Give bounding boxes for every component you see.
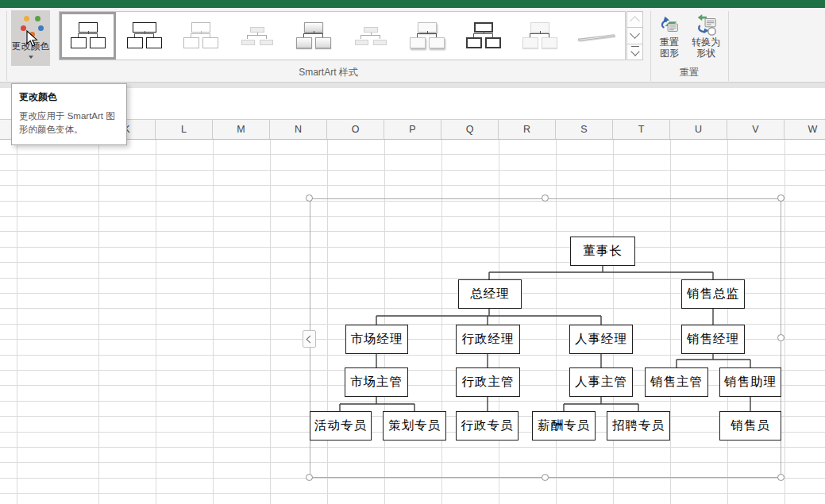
- excel-window: 更改颜色 SmartArt 样式 重置 图形: [0, 0, 825, 504]
- tooltip-body: 更改应用于 SmartArt 图形的颜色变体。: [19, 110, 119, 137]
- smartart-style-10-icon: [573, 21, 619, 51]
- ribbon-smartart-design: 更改颜色 SmartArt 样式 重置 图形: [0, 8, 825, 83]
- org-node-shichangjingli[interactable]: 市场经理: [345, 325, 408, 354]
- reset-graphic-icon: [657, 13, 681, 37]
- selection-handle-bottom-left[interactable]: [306, 474, 313, 481]
- org-node-xiaoshouzongjian[interactable]: 销售总监: [681, 279, 745, 309]
- column-header-N[interactable]: N: [270, 120, 327, 139]
- change-colors-button[interactable]: 更改颜色: [11, 10, 50, 66]
- selection-handle-bottom-right[interactable]: [777, 474, 785, 481]
- smartart-style-3-icon: [183, 21, 219, 51]
- chevron-down-icon: [630, 48, 639, 56]
- chevron-down-icon: [630, 29, 640, 40]
- smartart-style-3[interactable]: [172, 12, 229, 60]
- org-node-cehuazhuanyuan[interactable]: 策划专员: [383, 411, 446, 441]
- convert-to-shapes-icon: [694, 13, 718, 37]
- dot-green: [35, 16, 40, 21]
- reset-graphic-button[interactable]: 重置 图形: [653, 11, 686, 73]
- org-node-dongshizhang[interactable]: 董事长: [570, 237, 635, 266]
- reset-group-label: 重置: [650, 66, 728, 79]
- org-node-huodongzhuanyuan[interactable]: 活动专员: [310, 411, 372, 441]
- convert-to-shapes-label-line1: 转换为: [692, 37, 720, 48]
- convert-to-shapes-button[interactable]: 转换为 形状: [686, 11, 726, 73]
- dot-yellow: [24, 16, 29, 21]
- dot-blue: [38, 25, 44, 31]
- smartart-style-2-icon: [126, 21, 163, 51]
- smartart-style-gallery: [59, 11, 626, 60]
- column-header-Q[interactable]: Q: [441, 120, 499, 139]
- smartart-style-10[interactable]: [569, 12, 625, 60]
- org-node-zongjingli[interactable]: 总经理: [458, 279, 522, 309]
- smartart-style-2[interactable]: [116, 12, 172, 60]
- column-header-O[interactable]: O: [327, 120, 384, 139]
- org-node-xinchouzhuanyuan[interactable]: 薪酬专员: [532, 411, 596, 441]
- group-separator: [728, 11, 729, 81]
- column-header-P[interactable]: P: [384, 120, 441, 139]
- org-node-xiaoshouzhuli[interactable]: 销售助理: [719, 367, 781, 397]
- org-node-renshizhuguan[interactable]: 人事主管: [569, 367, 633, 397]
- gallery-more-button[interactable]: [626, 44, 643, 60]
- org-node-xingzhengzhuanyuan[interactable]: 行政专员: [456, 411, 519, 441]
- smartart-style-9[interactable]: [512, 12, 569, 60]
- smartart-style-5[interactable]: [286, 12, 342, 60]
- selection-handle-bottom-center[interactable]: [542, 474, 549, 481]
- org-node-xiaoshoujingli[interactable]: 销售经理: [681, 325, 745, 354]
- org-node-xingzhengjingli[interactable]: 行政经理: [456, 325, 520, 354]
- tooltip-title: 更改颜色: [19, 90, 119, 104]
- selection-handle-right-center[interactable]: [777, 334, 785, 341]
- smartart-styles-group-label: SmartArt 样式: [6, 66, 650, 79]
- chevron-up-icon: [630, 16, 640, 26]
- org-node-xiaoshouzhuguan[interactable]: 销售主管: [645, 367, 708, 397]
- org-node-xingzhengzhuguan[interactable]: 行政主管: [456, 367, 520, 397]
- column-header-M[interactable]: M: [213, 120, 270, 139]
- smartart-style-8[interactable]: [455, 12, 511, 60]
- column-header-L[interactable]: L: [156, 120, 213, 139]
- column-header-V[interactable]: V: [727, 120, 785, 139]
- smartart-style-5-icon: [295, 21, 332, 51]
- column-header-U[interactable]: U: [670, 120, 727, 139]
- smartart-style-8-icon: [465, 21, 502, 51]
- org-node-shichangzhuguan[interactable]: 市场主管: [345, 367, 408, 397]
- selection-handle-top-left[interactable]: [306, 194, 313, 202]
- selection-handle-top-center[interactable]: [542, 194, 549, 202]
- column-header-T[interactable]: T: [613, 120, 670, 139]
- gallery-scrollbar: [626, 11, 643, 60]
- change-colors-label: 更改颜色: [12, 40, 50, 53]
- smartart-style-7[interactable]: [399, 12, 455, 60]
- dot-orange: [29, 32, 35, 37]
- change-colors-icon: [17, 13, 44, 39]
- smartart-style-7-icon: [409, 21, 445, 51]
- sheet-grid[interactable]: [0, 140, 825, 504]
- title-bar: [0, 0, 825, 8]
- chevron-down-icon: [29, 56, 33, 59]
- reset-graphic-label-line2: 图形: [660, 48, 679, 59]
- column-header-S[interactable]: S: [556, 120, 613, 139]
- org-node-xiaoshouyuan[interactable]: 销售员: [719, 411, 781, 441]
- smartart-style-4-icon: [239, 21, 276, 51]
- column-header-R[interactable]: R: [499, 120, 556, 139]
- org-node-zhaopinzhuanyuan[interactable]: 招聘专员: [607, 411, 670, 441]
- gallery-scroll-up-button[interactable]: [626, 11, 643, 28]
- selection-handle-top-right[interactable]: [777, 194, 785, 202]
- column-header-W[interactable]: W: [785, 120, 825, 139]
- smartart-style-1[interactable]: [60, 12, 116, 60]
- tooltip: 更改颜色 更改应用于 SmartArt 图形的颜色变体。: [11, 83, 127, 145]
- smartart-style-6[interactable]: [342, 12, 399, 60]
- smartart-style-9-icon: [522, 21, 558, 51]
- reset-graphic-label-line1: 重置: [660, 37, 679, 48]
- smartart-style-4[interactable]: [229, 12, 286, 60]
- smartart-style-1-icon: [70, 21, 106, 51]
- convert-to-shapes-label-line2: 形状: [696, 48, 715, 59]
- chevron-left-icon: [306, 335, 314, 343]
- text-pane-toggle-button[interactable]: [303, 330, 316, 348]
- dot-red: [21, 25, 26, 31]
- smartart-style-6-icon: [353, 21, 389, 51]
- gallery-scroll-down-button[interactable]: [626, 27, 643, 44]
- org-node-renshijingli[interactable]: 人事经理: [569, 325, 633, 354]
